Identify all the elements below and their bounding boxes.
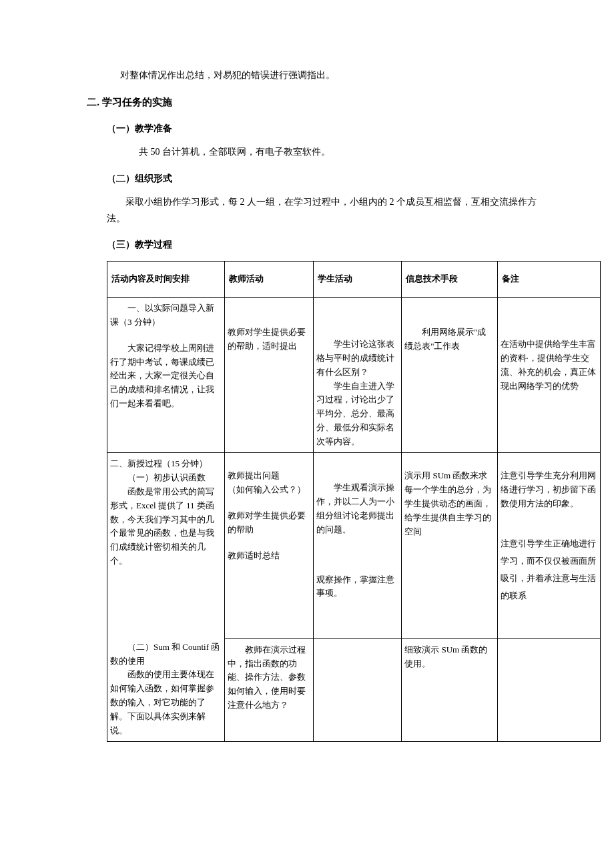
r1-c4: 利用网络展示"成绩总表"工作表 [404, 326, 494, 354]
cell-tech-2b: 细致演示 SUm 函数的使用。 [402, 638, 497, 742]
cell-teacher-2a: 教师提出问题 （如何输入公式？） 教师对学生提供必要的帮助 教师适时总结 [225, 453, 313, 638]
r2-c5b: 注意引导学生正确地进行学习，而不仅仅被画面所吸引，并着承注意与生活的联系 [501, 538, 596, 600]
r1-c3: 学生讨论这张表格与平时的成绩统计有什么区别？ 学生自主进入学习过程，讨论出少了平… [316, 338, 398, 448]
r2-c5a: 注意引导学生充分利用网络进行学习，初步留下函数使用方法的印象。 [501, 470, 596, 508]
r2-c1a: 二、新授过程（15 分钟） [110, 458, 208, 468]
cell-student-2b [313, 638, 401, 742]
r2-c1b: （一）初步认识函数 [110, 471, 222, 485]
r2-c1e: 函数的使用主要体现在如何输入函数，如何掌握参数的输入，对它功能的了解。下面以具体… [110, 668, 222, 737]
r2-c2a: 教师提出问题 （如何输入公式？） [228, 470, 306, 494]
heading-section-2: 二. 学习任务的实施 [87, 93, 554, 111]
th-student: 学生活动 [313, 262, 401, 298]
r2-c2b: 教师对学生提供必要的帮助 [228, 510, 306, 534]
r1-c1a: 一、以实际问题导入新课（3 分钟） [110, 302, 222, 330]
th-tech: 信息技术手段 [402, 262, 497, 298]
cell-remark-1: 在活动中提供给学生丰富的资料·，提供给学生交流、补充的机会，真正体现出网络学习的… [497, 298, 600, 453]
r2-c1d: （二）Sum 和 Countif 函数的使用 [110, 640, 222, 669]
r2-c4b: 细致演示 SUm 函数的使用。 [404, 644, 487, 669]
th-activity: 活动内容及时间安排 [107, 262, 225, 298]
cell-tech-2a: 演示用 SUm 函数来求每一个学生的总分，为学生提供动态的画面，给学生提供自主学… [402, 453, 497, 638]
th-teacher: 教师活动 [225, 262, 313, 298]
r2-c3a: 学生观看演示操作，并以二人为一小组分组讨论老师提出的问题。 [316, 481, 398, 536]
sec1-body: 共 50 台计算机，全部联网，有电子教室软件。 [120, 143, 554, 160]
cell-teacher-2b: 教师在演示过程中，指出函数的功能、操作方法、参数如何输入，使用时要注意什么地方？ [225, 638, 313, 742]
th-remark: 备注 [497, 262, 600, 298]
heading-sec3: （三）教学过程 [107, 236, 554, 253]
r1-c5: 在活动中提供给学生丰富的资料·，提供给学生交流、补充的机会，真正体现出网络学习的… [501, 339, 596, 390]
r2-c2d: 教师在演示过程中，指出函数的功能、操作方法、参数如何输入，使用时要注意什么地方？ [228, 643, 310, 713]
table-header-row: 活动内容及时间安排 教师活动 学生活动 信息技术手段 备注 [107, 262, 601, 298]
cell-remark-2b [497, 638, 600, 742]
cell-remark-2a: 注意引导学生充分利用网络进行学习，初步留下函数使用方法的印象。 注意引导学生正确… [497, 453, 600, 638]
cell-teacher-1: 教师对学生提供必要的帮助，适时提出 [225, 298, 313, 453]
r1-c1b: 大家记得学校上周刚进行了期中考试，每课成绩已经出来，大家一定很关心自己的成绩和排… [110, 342, 222, 411]
cell-tech-1: 利用网络展示"成绩总表"工作表 [402, 298, 497, 453]
cell-student-2a: 学生观看演示操作，并以二人为一小组分组讨论老师提出的问题。 观察操作，掌握注意事… [313, 453, 401, 638]
r2-c2c: 教师适时总结 [228, 550, 280, 560]
table-row: 二、新授过程（15 分钟） （一）初步认识函数 函数是常用公式的简写形式，Exc… [107, 453, 601, 638]
r2-c3b: 观察操作，掌握注意事项。 [316, 574, 394, 598]
cell-student-1: 学生讨论这张表格与平时的成绩统计有什么区别？ 学生自主进入学习过程，讨论出少了平… [313, 298, 401, 453]
table-row: 一、以实际问题导入新课（3 分钟） 大家记得学校上周刚进行了期中考试，每课成绩已… [107, 298, 601, 453]
sec2-body: 采取小组协作学习形式，每 2 人一组，在学习过程中，小组内的 2 个成员互相监督… [107, 193, 554, 227]
heading-sec1: （一）教学准备 [107, 120, 554, 137]
r1-c2: 教师对学生提供必要的帮助，适时提出 [228, 327, 306, 351]
cell-activity-1: 一、以实际问题导入新课（3 分钟） 大家记得学校上周刚进行了期中考试，每课成绩已… [107, 298, 225, 453]
heading-sec2: （二）组织形式 [107, 170, 554, 187]
summary-line: 对整体情况作出总结，对易犯的错误进行强调指出。 [120, 67, 554, 83]
cell-activity-2: 二、新授过程（15 分钟） （一）初步认识函数 函数是常用公式的简写形式，Exc… [107, 453, 225, 742]
r2-c4a: 演示用 SUm 函数来求每一个学生的总分，为学生提供动态的画面，给学生提供自主学… [404, 470, 491, 536]
r2-c1c: 函数是常用公式的简写形式，Excel 提供了 11 类函数，今天我们学习其中的几… [110, 485, 222, 568]
process-table: 活动内容及时间安排 教师活动 学生活动 信息技术手段 备注 一、以实际问题导入新… [107, 261, 601, 742]
